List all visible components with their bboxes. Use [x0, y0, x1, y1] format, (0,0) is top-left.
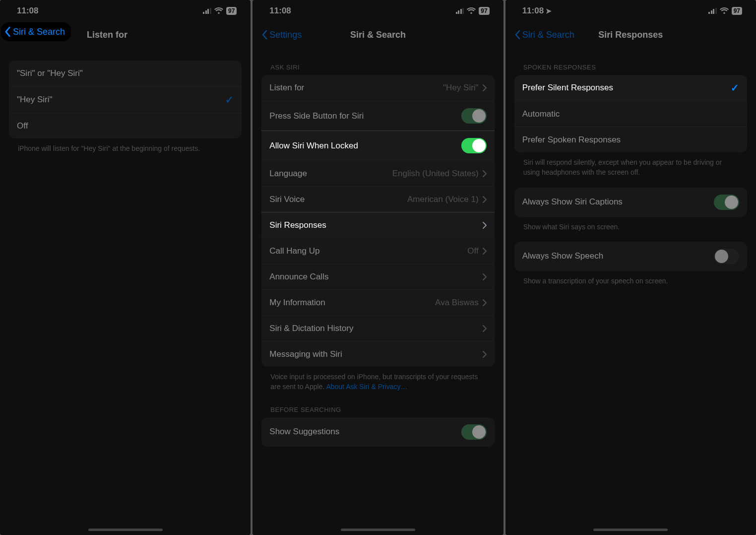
row-label: Call Hang Up [269, 246, 467, 256]
cellular-icon [456, 8, 464, 14]
chevron-right-icon [483, 196, 487, 203]
option-label: Off [17, 121, 234, 131]
row-label: My Information [269, 298, 435, 308]
chevron-right-icon [483, 273, 487, 280]
row-label: Messaging with Siri [269, 349, 482, 359]
row-value: "Hey Siri" [443, 83, 479, 93]
home-indicator[interactable] [88, 529, 163, 531]
spoken-responses-group: Prefer Silent Responses ✓ Automatic Pref… [514, 75, 747, 152]
option-siri-or-hey-siri[interactable]: "Siri" or "Hey Siri" [9, 61, 242, 86]
before-searching-header: BEFORE SEARCHING [252, 395, 503, 417]
ask-siri-header: ASK SIRI [252, 48, 503, 75]
battery-icon: 97 [479, 7, 489, 15]
chevron-right-icon [483, 351, 487, 358]
row-siri-dictation-history[interactable]: Siri & Dictation History [261, 315, 494, 341]
phone-left: 11:08 97 Siri & Search 〈Siri & Search Li… [0, 0, 251, 535]
row-listen-for[interactable]: Listen for "Hey Siri" [261, 75, 494, 101]
privacy-link[interactable]: About Ask Siri & Privacy… [326, 383, 407, 391]
chevron-right-icon [483, 84, 487, 91]
battery-icon: 97 [226, 7, 237, 15]
status-time: 11:08➤ [522, 6, 552, 16]
row-value: Ava Biswas [435, 298, 479, 308]
option-hey-siri[interactable]: "Hey Siri" ✓ [9, 86, 242, 113]
row-messaging-with-siri[interactable]: Messaging with Siri [261, 341, 494, 367]
row-language[interactable]: Language English (United States) [261, 160, 494, 186]
row-label: Allow Siri When Locked [269, 141, 461, 151]
ask-siri-group: Listen for "Hey Siri" Press Side Button … [261, 75, 494, 367]
row-value: Off [467, 246, 478, 256]
back-label: Siri & Search [13, 27, 65, 37]
row-show-suggestions[interactable]: Show Suggestions [261, 417, 494, 447]
row-my-information[interactable]: My Information Ava Biswas [261, 289, 494, 315]
status-bar: 11:08 97 [0, 0, 251, 22]
listen-for-footer: iPhone will listen for "Hey Siri" at the… [0, 138, 251, 156]
show-speech-group: Always Show Speech [514, 242, 747, 271]
status-bar: 11:08 97 [252, 0, 503, 22]
option-label: "Hey Siri" [17, 95, 225, 105]
chevron-right-icon [483, 170, 487, 177]
toggle-press-side[interactable] [461, 108, 487, 124]
toggle-allow-locked[interactable] [461, 138, 487, 153]
status-bar: 11:08➤ 97 [505, 0, 756, 22]
row-siri-responses[interactable]: Siri Responses [261, 212, 494, 238]
back-button[interactable]: Settings [257, 27, 306, 43]
toggle-captions[interactable] [714, 195, 739, 210]
listen-for-group: "Siri" or "Hey Siri" "Hey Siri" ✓ Off [9, 61, 242, 138]
row-siri-voice[interactable]: Siri Voice American (Voice 1) [261, 186, 494, 212]
option-label: Automatic [522, 109, 739, 119]
row-label: Announce Calls [269, 272, 482, 282]
status-time: 11:08 [17, 6, 38, 16]
siri-captions-group: Always Show Siri Captions [514, 188, 747, 217]
row-always-show-captions[interactable]: Always Show Siri Captions [514, 188, 747, 217]
row-value: American (Voice 1) [407, 195, 479, 204]
wifi-icon [214, 7, 223, 15]
chevron-right-icon [483, 299, 487, 306]
option-prefer-silent[interactable]: Prefer Silent Responses ✓ [514, 75, 747, 101]
row-label: Siri Voice [269, 195, 407, 204]
speech-footer: Show a transcription of your speech on s… [505, 271, 756, 289]
back-label: Settings [269, 30, 302, 40]
option-label: Prefer Silent Responses [522, 83, 731, 93]
before-searching-group: Show Suggestions [261, 417, 494, 447]
chevron-right-icon [483, 325, 487, 332]
spoken-responses-footer: Siri will respond silently, except when … [505, 152, 756, 181]
row-allow-siri-locked[interactable]: Allow Siri When Locked [261, 131, 494, 160]
option-label: "Siri" or "Hey Siri" [17, 68, 234, 78]
row-always-show-speech[interactable]: Always Show Speech [514, 242, 747, 271]
row-announce-calls[interactable]: Announce Calls [261, 264, 494, 289]
status-right: 97 [456, 7, 490, 15]
home-indicator[interactable] [593, 529, 668, 531]
row-label: Siri & Dictation History [269, 324, 482, 334]
home-indicator[interactable] [341, 529, 415, 531]
status-right: 97 [708, 7, 742, 15]
row-press-side-button[interactable]: Press Side Button for Siri [261, 101, 494, 131]
back-button-highlight[interactable]: Siri & Search [1, 22, 71, 41]
page-title: Listen for [87, 30, 127, 40]
spoken-responses-header: SPOKEN RESPONSES [505, 48, 756, 75]
chevron-left-icon [261, 30, 267, 40]
ask-siri-footer: Voice input is processed on iPhone, but … [252, 367, 503, 395]
toggle-show-suggestions[interactable] [461, 424, 487, 440]
option-off[interactable]: Off [9, 113, 242, 138]
phone-middle: 11:08 97 Settings Siri & Search ASK SIRI… [252, 0, 503, 535]
toggle-speech[interactable] [714, 249, 739, 264]
option-automatic[interactable]: Automatic [514, 101, 747, 127]
row-call-hang-up[interactable]: Call Hang Up Off [261, 238, 494, 264]
option-prefer-spoken[interactable]: Prefer Spoken Responses [514, 127, 747, 152]
nav-bar: Settings Siri & Search [252, 22, 503, 48]
row-label: Show Suggestions [269, 427, 461, 437]
captions-footer: Show what Siri says on screen. [505, 217, 756, 235]
row-label: Always Show Speech [522, 251, 714, 261]
chevron-right-icon [483, 248, 487, 255]
checkmark-icon: ✓ [731, 82, 739, 94]
row-label: Press Side Button for Siri [269, 111, 461, 121]
wifi-icon [720, 7, 729, 15]
option-label: Prefer Spoken Responses [522, 135, 739, 145]
row-label: Siri Responses [269, 220, 482, 230]
status-right: 97 [203, 7, 237, 15]
row-label: Always Show Siri Captions [522, 197, 714, 207]
battery-icon: 97 [732, 7, 742, 15]
cellular-icon [203, 8, 211, 14]
nav-bar: Siri & Search Siri Responses [505, 22, 756, 48]
back-button[interactable]: Siri & Search [510, 27, 578, 43]
